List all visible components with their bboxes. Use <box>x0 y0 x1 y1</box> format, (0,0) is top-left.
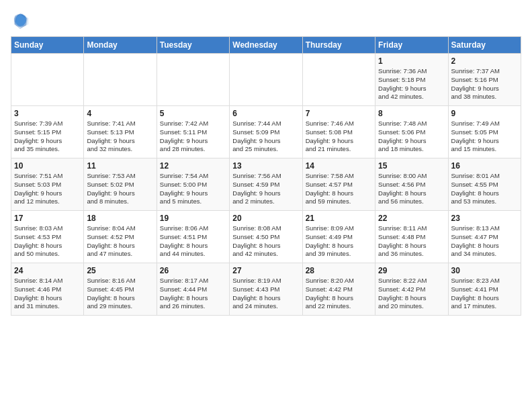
header <box>11 11 521 30</box>
day-number: 12 <box>160 161 226 171</box>
day-cell: 27Sunrise: 8:19 AM Sunset: 4:43 PM Dayli… <box>230 263 302 316</box>
week-row-4: 17Sunrise: 8:03 AM Sunset: 4:53 PM Dayli… <box>11 211 521 263</box>
day-info: Sunrise: 8:01 AM Sunset: 4:55 PM Dayligh… <box>451 172 518 206</box>
day-number: 13 <box>232 161 299 171</box>
day-info: Sunrise: 8:11 AM Sunset: 4:48 PM Dayligh… <box>378 224 445 259</box>
day-number: 14 <box>306 161 372 171</box>
col-header-wednesday: Wednesday <box>230 37 302 54</box>
day-info: Sunrise: 8:23 AM Sunset: 4:41 PM Dayligh… <box>451 277 518 311</box>
col-header-sunday: Sunday <box>11 37 84 54</box>
day-number: 19 <box>160 214 226 223</box>
day-number: 24 <box>14 266 81 275</box>
day-info: Sunrise: 7:39 AM Sunset: 5:15 PM Dayligh… <box>14 120 81 154</box>
day-cell: 5Sunrise: 7:42 AM Sunset: 5:11 PM Daylig… <box>157 106 229 158</box>
logo-icon <box>11 11 30 30</box>
day-cell: 6Sunrise: 7:44 AM Sunset: 5:09 PM Daylig… <box>230 106 302 158</box>
day-info: Sunrise: 7:41 AM Sunset: 5:13 PM Dayligh… <box>87 120 153 154</box>
day-cell: 12Sunrise: 7:54 AM Sunset: 5:00 PM Dayli… <box>157 158 229 211</box>
day-number: 4 <box>87 109 153 118</box>
day-info: Sunrise: 8:00 AM Sunset: 4:56 PM Dayligh… <box>378 172 445 206</box>
calendar-table: SundayMondayTuesdayWednesdayThursdayFrid… <box>11 36 521 316</box>
week-row-1: 1Sunrise: 7:36 AM Sunset: 5:18 PM Daylig… <box>11 54 521 106</box>
day-number: 21 <box>306 214 372 223</box>
day-info: Sunrise: 7:53 AM Sunset: 5:02 PM Dayligh… <box>87 172 153 206</box>
day-number: 10 <box>14 161 81 171</box>
day-cell: 26Sunrise: 8:17 AM Sunset: 4:44 PM Dayli… <box>157 263 229 316</box>
day-info: Sunrise: 7:37 AM Sunset: 5:16 PM Dayligh… <box>451 67 518 101</box>
day-cell <box>11 54 84 106</box>
day-number: 18 <box>87 214 153 223</box>
col-header-tuesday: Tuesday <box>157 37 229 54</box>
day-number: 1 <box>378 56 445 66</box>
day-cell: 22Sunrise: 8:11 AM Sunset: 4:48 PM Dayli… <box>375 211 448 263</box>
day-info: Sunrise: 7:58 AM Sunset: 4:57 PM Dayligh… <box>306 172 372 206</box>
day-cell: 1Sunrise: 7:36 AM Sunset: 5:18 PM Daylig… <box>375 54 448 106</box>
day-cell: 28Sunrise: 8:20 AM Sunset: 4:42 PM Dayli… <box>302 263 375 316</box>
day-cell: 14Sunrise: 7:58 AM Sunset: 4:57 PM Dayli… <box>302 158 375 211</box>
day-cell: 10Sunrise: 7:51 AM Sunset: 5:03 PM Dayli… <box>11 158 84 211</box>
day-cell: 9Sunrise: 7:49 AM Sunset: 5:05 PM Daylig… <box>448 106 521 158</box>
day-info: Sunrise: 8:06 AM Sunset: 4:51 PM Dayligh… <box>160 224 226 259</box>
day-info: Sunrise: 8:20 AM Sunset: 4:42 PM Dayligh… <box>306 277 372 311</box>
day-cell <box>230 54 302 106</box>
day-number: 16 <box>451 161 518 171</box>
day-info: Sunrise: 7:56 AM Sunset: 4:59 PM Dayligh… <box>232 172 299 206</box>
day-info: Sunrise: 7:51 AM Sunset: 5:03 PM Dayligh… <box>14 172 81 206</box>
day-cell: 11Sunrise: 7:53 AM Sunset: 5:02 PM Dayli… <box>84 158 157 211</box>
day-cell: 16Sunrise: 8:01 AM Sunset: 4:55 PM Dayli… <box>448 158 521 211</box>
day-number: 20 <box>232 214 299 223</box>
day-cell: 18Sunrise: 8:04 AM Sunset: 4:52 PM Dayli… <box>84 211 157 263</box>
day-cell: 4Sunrise: 7:41 AM Sunset: 5:13 PM Daylig… <box>84 106 157 158</box>
page: SundayMondayTuesdayWednesdayThursdayFrid… <box>0 0 532 322</box>
day-info: Sunrise: 8:17 AM Sunset: 4:44 PM Dayligh… <box>160 277 226 311</box>
day-info: Sunrise: 8:22 AM Sunset: 4:42 PM Dayligh… <box>378 277 445 311</box>
day-info: Sunrise: 8:16 AM Sunset: 4:45 PM Dayligh… <box>87 277 153 311</box>
week-row-5: 24Sunrise: 8:14 AM Sunset: 4:46 PM Dayli… <box>11 263 521 316</box>
day-cell: 17Sunrise: 8:03 AM Sunset: 4:53 PM Dayli… <box>11 211 84 263</box>
day-number: 23 <box>451 214 518 223</box>
day-cell <box>302 54 375 106</box>
week-row-3: 10Sunrise: 7:51 AM Sunset: 5:03 PM Dayli… <box>11 158 521 211</box>
day-number: 8 <box>378 109 445 118</box>
day-cell: 24Sunrise: 8:14 AM Sunset: 4:46 PM Dayli… <box>11 263 84 316</box>
day-info: Sunrise: 7:49 AM Sunset: 5:05 PM Dayligh… <box>451 120 518 154</box>
day-cell: 23Sunrise: 8:13 AM Sunset: 4:47 PM Dayli… <box>448 211 521 263</box>
day-number: 6 <box>232 109 299 118</box>
day-cell: 2Sunrise: 7:37 AM Sunset: 5:16 PM Daylig… <box>448 54 521 106</box>
col-header-thursday: Thursday <box>302 37 375 54</box>
day-info: Sunrise: 8:04 AM Sunset: 4:52 PM Dayligh… <box>87 224 153 259</box>
day-number: 7 <box>306 109 372 118</box>
day-info: Sunrise: 7:44 AM Sunset: 5:09 PM Dayligh… <box>232 120 299 154</box>
day-number: 22 <box>378 214 445 223</box>
day-info: Sunrise: 7:46 AM Sunset: 5:08 PM Dayligh… <box>306 120 372 154</box>
day-cell: 19Sunrise: 8:06 AM Sunset: 4:51 PM Dayli… <box>157 211 229 263</box>
day-number: 9 <box>451 109 518 118</box>
day-info: Sunrise: 7:36 AM Sunset: 5:18 PM Dayligh… <box>378 67 445 101</box>
day-cell: 29Sunrise: 8:22 AM Sunset: 4:42 PM Dayli… <box>375 263 448 316</box>
day-number: 30 <box>451 266 518 275</box>
day-cell: 8Sunrise: 7:48 AM Sunset: 5:06 PM Daylig… <box>375 106 448 158</box>
col-header-saturday: Saturday <box>448 37 521 54</box>
col-header-monday: Monday <box>84 37 157 54</box>
day-cell: 15Sunrise: 8:00 AM Sunset: 4:56 PM Dayli… <box>375 158 448 211</box>
day-cell: 30Sunrise: 8:23 AM Sunset: 4:41 PM Dayli… <box>448 263 521 316</box>
day-cell: 7Sunrise: 7:46 AM Sunset: 5:08 PM Daylig… <box>302 106 375 158</box>
day-cell: 21Sunrise: 8:09 AM Sunset: 4:49 PM Dayli… <box>302 211 375 263</box>
day-cell <box>84 54 157 106</box>
day-cell: 3Sunrise: 7:39 AM Sunset: 5:15 PM Daylig… <box>11 106 84 158</box>
day-info: Sunrise: 7:48 AM Sunset: 5:06 PM Dayligh… <box>378 120 445 154</box>
day-info: Sunrise: 8:19 AM Sunset: 4:43 PM Dayligh… <box>232 277 299 311</box>
day-cell: 25Sunrise: 8:16 AM Sunset: 4:45 PM Dayli… <box>84 263 157 316</box>
day-number: 5 <box>160 109 226 118</box>
day-number: 15 <box>378 161 445 171</box>
logo <box>11 11 32 30</box>
day-number: 26 <box>160 266 226 275</box>
day-number: 29 <box>378 266 445 275</box>
col-header-friday: Friday <box>375 37 448 54</box>
header-row: SundayMondayTuesdayWednesdayThursdayFrid… <box>11 37 521 54</box>
day-number: 17 <box>14 214 81 223</box>
day-info: Sunrise: 8:09 AM Sunset: 4:49 PM Dayligh… <box>306 224 372 259</box>
day-info: Sunrise: 7:54 AM Sunset: 5:00 PM Dayligh… <box>160 172 226 206</box>
day-cell: 20Sunrise: 8:08 AM Sunset: 4:50 PM Dayli… <box>230 211 302 263</box>
day-number: 28 <box>306 266 372 275</box>
